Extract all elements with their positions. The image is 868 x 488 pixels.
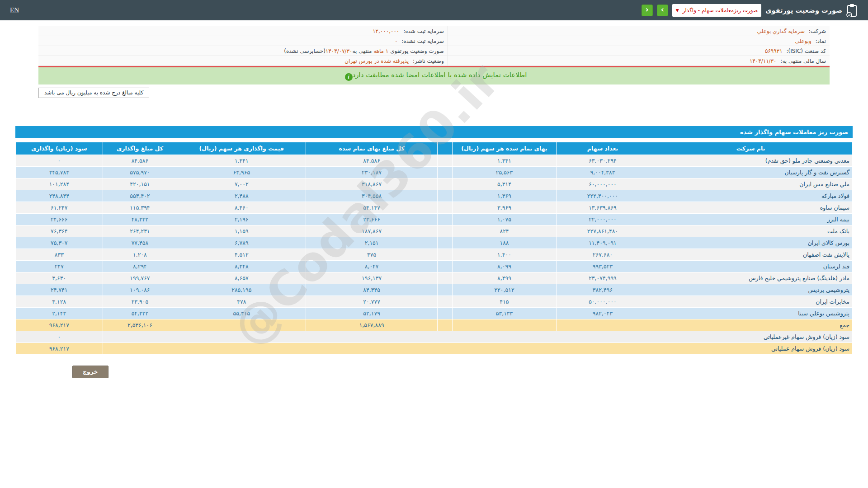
spacer-cell: [437, 308, 452, 319]
exit-row: خروج: [44, 366, 853, 378]
table-row: پتروشيمي پرديس۳۸۲,۴۹۶۲۲۰,۵۱۲۸۴,۳۴۵۲۸۵,۱۹…: [16, 284, 853, 296]
trades-table-title: صورت ریز معاملات سهام واگذار شده: [15, 126, 853, 138]
table-row: پالايش نفت اصفهان۲۶۷,۶۸۰۱,۴۰۰۳۷۵۴,۵۱۲۱,۲…: [16, 249, 853, 261]
value-cell: ۸۴,۳۴۵: [306, 284, 438, 296]
value-cell: ۵۰,۰۰۰,۰۰۰: [556, 296, 649, 308]
company-name-cell: معدني وصنعتي چادر ملو (حق تقدم): [649, 155, 853, 167]
value-cell: ۲۲۲,۴۰۰,۰۰۰: [556, 190, 649, 202]
value-cell: ۸۴,۵۸۶: [306, 155, 438, 167]
table-row: قند لرستان۹۹۳,۵۲۳۸,۰۹۹۸,۰۴۷۸,۳۴۸۸,۲۹۴۲۴۷: [16, 261, 853, 272]
col-share-count: تعداد سهام: [556, 142, 649, 155]
symbol-label: نماد:: [816, 38, 826, 44]
value-cell: ۲۵,۵۶۳: [453, 167, 557, 178]
value-cell: ۹,۰۰۴,۳۸۳: [556, 167, 649, 178]
value-cell: ۱۳,۶۳۹,۸۶۹: [556, 202, 649, 214]
value-cell: ۱,۳۴۱: [453, 155, 557, 167]
value-cell: ۲,۱۴۳: [16, 308, 103, 319]
value-cell: ۶,۷۸۹: [177, 237, 306, 249]
value-cell: ۲۶۷,۶۸۰: [556, 249, 649, 261]
statement-suffix: (حسابرسی نشده): [284, 48, 326, 54]
isic-field: کد صنعت (ISIC): ۵۶۹۹۳۱: [448, 46, 830, 56]
fiscal-year-label: سال مالی منتهی به:: [780, 58, 826, 64]
value-cell: ۲۸۵,۱۹۵: [177, 284, 306, 296]
value-cell: ۶۳,۹۶۵: [177, 167, 306, 178]
signed-info-notice-text: اطلاعات نمایش داده شده با اطلاعات امضا ش…: [353, 71, 527, 79]
value-cell: ۵۲,۱۷۹: [306, 308, 438, 319]
value-cell: ۱۸۸: [453, 237, 557, 249]
value-cell: ۴,۵۱۲: [177, 249, 306, 261]
table-header-row: نام شرکت تعداد سهام بهای تمام شده هر سهم…: [16, 142, 853, 155]
value-cell: ۶۰,۰۰۰,۰۰۰: [556, 178, 649, 190]
statement-period: ۱ ماهه: [373, 48, 388, 54]
language-link[interactable]: EN: [10, 6, 19, 14]
value-cell: ۳,۶۳۰: [16, 272, 103, 284]
info-row: شرکت: سرمايه گذاري بوعلي سرمایه ثبت شده:…: [38, 26, 830, 36]
table-row: سيمان ساوه۱۳,۶۳۹,۸۶۹۳,۹۶۹۵۴,۱۴۷۸,۴۶۰۱۱۵,…: [16, 202, 853, 214]
table-row: بيمه البرز۲۲,۰۰۰,۰۰۰۱,۰۷۵۲۳,۶۶۶۲,۱۹۶۴۸,۳…: [16, 214, 853, 225]
value-cell: ۴۲۰,۱۵۱: [103, 178, 177, 190]
nav-prev-button[interactable]: ‹: [642, 5, 653, 16]
company-name-cell: مخابرات ايران: [649, 296, 853, 308]
value-cell: ۷۵,۳۰۷: [16, 237, 103, 249]
value-cell: ۱,۱۵۹: [177, 225, 306, 237]
value-cell: ۱۱,۴۰۹,۰۹۱: [556, 237, 649, 249]
info-row: کد صنعت (ISIC): ۵۶۹۹۳۱ صورت وضعیت پورتفو…: [38, 46, 830, 56]
value-cell: ۵۴,۱۴۷: [306, 202, 438, 214]
value-cell: ۱۹۶,۱۳۷: [306, 272, 438, 284]
value-cell: ۳۱۸,۸۶۷: [306, 178, 438, 190]
symbol-value: وبوعلي: [795, 38, 811, 44]
value-cell: ۴۷۸: [177, 296, 306, 308]
value-cell: ۷۶,۳۶۴: [16, 225, 103, 237]
col-total-transfer: کل مبلغ واگذاری: [103, 142, 177, 155]
value-cell: ۲,۱۵۱: [306, 237, 438, 249]
nav-next-button[interactable]: ›: [657, 5, 668, 16]
value-cell: ۲۲۰,۵۱۲: [453, 284, 557, 296]
spacer-cell: [437, 319, 452, 331]
exit-button[interactable]: خروج: [72, 366, 108, 378]
company-label: شرکت:: [809, 28, 826, 34]
value-cell: ۲۳۰,۱۸۷: [306, 167, 438, 178]
value-cell: ۵۷۵,۹۷۰: [103, 167, 177, 178]
value-cell: ۸۴,۵۸۶: [103, 155, 177, 167]
company-name-cell: پتروشيمي بوعلي سينا: [649, 308, 853, 319]
spacer-cell: [437, 155, 452, 167]
value-cell: ۲۴۷: [16, 261, 103, 272]
registered-capital-label: سرمایه ثبت شده:: [403, 28, 444, 34]
value-cell: ۵۴,۳۲۲: [103, 308, 177, 319]
table-row: ملي صنايع مس ايران۶۰,۰۰۰,۰۰۰۵,۳۱۴۳۱۸,۸۶۷…: [16, 178, 853, 190]
signed-info-notice: iاطلاعات نمایش داده شده با اطلاعات امضا …: [38, 67, 830, 84]
clipboard-icon: [846, 4, 858, 17]
report-type-dropdown[interactable]: صورت ریزمعاملات سهام - واگذار ▼: [672, 4, 761, 17]
value-cell: ۸,۴۶۰: [177, 202, 306, 214]
registered-capital-field: سرمایه ثبت شده: ۱۲,۰۰۰,۰۰۰: [38, 26, 448, 36]
col-transfer-price-per-share: قیمت واگذاری هر سهم (ریال): [177, 142, 306, 155]
table-row: مادر (هلدينگ) صنايع پتروشيمي خليج فارس۲۳…: [16, 272, 853, 284]
value-cell: ۳,۱۲۸: [16, 296, 103, 308]
value-cell: ۸۳۳: [16, 249, 103, 261]
fiscal-year-value: ۱۴۰۴/۱۱/۳۰: [750, 58, 777, 64]
table-row: گسترش نفت و گاز پارسيان۹,۰۰۴,۳۸۳۲۵,۵۶۳۲۳…: [16, 167, 853, 178]
value-cell: ۱,۲۰۸: [103, 249, 177, 261]
value-cell: ۹۹۳,۵۲۳: [556, 261, 649, 272]
trades-section: صورت ریز معاملات سهام واگذار شده نام شرک…: [15, 126, 853, 378]
value-cell: ۰: [16, 331, 103, 343]
value-cell: ۱۸۷,۸۶۷: [306, 225, 438, 237]
value-cell: ۱,۵۶۷,۸۸۹: [306, 319, 438, 331]
value-cell: ۲۰,۷۷۷: [306, 296, 438, 308]
value-cell: ۲۴۸,۸۴۴: [16, 190, 103, 202]
spacer-cell: [437, 237, 452, 249]
table-row: بورس کالاي ايران۱۱,۴۰۹,۰۹۱۱۸۸۲,۱۵۱۶,۷۸۹۷…: [16, 237, 853, 249]
spacer-cell: [437, 284, 452, 296]
value-cell: ۱,۳۶۹: [453, 190, 557, 202]
value-cell: ۹۶۸,۲۱۷: [16, 319, 103, 331]
topbar: EN صورت وضعیت پورتفوی صورت ریزمعاملات سه…: [0, 0, 868, 20]
value-cell: ۱۰۱,۲۸۴: [16, 178, 103, 190]
fiscal-year-field: سال مالی منتهی به: ۱۴۰۴/۱۱/۳۰: [448, 56, 830, 66]
company-name-cell: گسترش نفت و گاز پارسيان: [649, 167, 853, 178]
value-cell: ۱,۴۰۰: [453, 249, 557, 261]
value-cell: ۰: [16, 155, 103, 167]
company-name-cell: فولاد مباركه: [649, 190, 853, 202]
value-cell: ۲,۴۸۸: [177, 190, 306, 202]
spacer-cell: [437, 178, 452, 190]
unregistered-capital-value: ۰: [395, 38, 397, 44]
